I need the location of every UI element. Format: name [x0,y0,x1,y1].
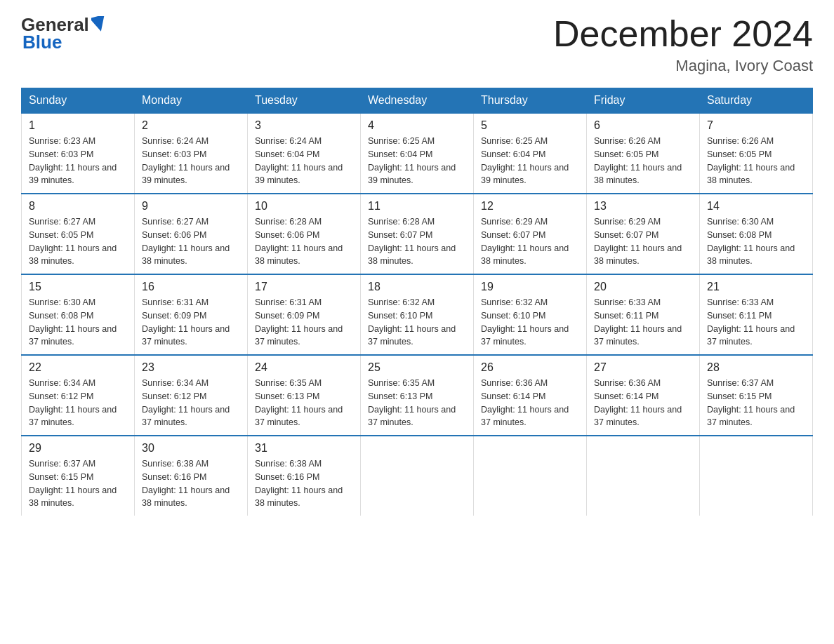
day-number: 30 [142,442,240,455]
day-info: Sunrise: 6:27 AMSunset: 6:06 PMDaylight:… [142,217,230,266]
day-cell [587,436,700,516]
day-cell: 12Sunrise: 6:29 AMSunset: 6:07 PMDayligh… [474,194,587,274]
day-number: 28 [707,361,805,374]
day-number: 14 [707,200,805,213]
day-number: 1 [29,119,127,132]
location: Magina, Ivory Coast [553,57,813,75]
day-number: 16 [142,281,240,293]
day-number: 9 [142,200,240,213]
day-number: 11 [368,200,466,213]
header: General Blue December 2024 Magina, Ivory… [21,14,813,75]
logo: General Blue [21,14,107,53]
day-number: 19 [481,281,579,293]
logo-arrow-icon [91,16,107,32]
svg-marker-0 [91,16,107,32]
day-cell: 26Sunrise: 6:36 AMSunset: 6:14 PMDayligh… [474,355,587,436]
day-cell: 3Sunrise: 6:24 AMSunset: 6:04 PMDaylight… [248,113,361,194]
day-info: Sunrise: 6:32 AMSunset: 6:10 PMDaylight:… [368,297,456,347]
day-info: Sunrise: 6:28 AMSunset: 6:06 PMDaylight:… [255,217,343,266]
day-cell: 30Sunrise: 6:38 AMSunset: 6:16 PMDayligh… [135,436,248,516]
day-number: 27 [594,361,692,374]
title-area: December 2024 Magina, Ivory Coast [553,14,813,75]
day-cell: 4Sunrise: 6:25 AMSunset: 6:04 PMDaylight… [361,113,474,194]
day-cell: 24Sunrise: 6:35 AMSunset: 6:13 PMDayligh… [248,355,361,436]
day-info: Sunrise: 6:23 AMSunset: 6:03 PMDaylight:… [29,136,117,185]
day-info: Sunrise: 6:27 AMSunset: 6:05 PMDaylight:… [29,217,117,266]
day-cell: 16Sunrise: 6:31 AMSunset: 6:09 PMDayligh… [135,274,248,355]
day-info: Sunrise: 6:24 AMSunset: 6:04 PMDaylight:… [255,136,343,185]
day-number: 15 [29,281,127,293]
day-cell [474,436,587,516]
day-number: 8 [29,200,127,213]
calendar-body: 1Sunrise: 6:23 AMSunset: 6:03 PMDaylight… [22,113,813,516]
day-number: 23 [142,361,240,374]
day-info: Sunrise: 6:29 AMSunset: 6:07 PMDaylight:… [594,217,682,266]
day-cell: 22Sunrise: 6:34 AMSunset: 6:12 PMDayligh… [22,355,135,436]
day-cell: 29Sunrise: 6:37 AMSunset: 6:15 PMDayligh… [22,436,135,516]
header-cell-sunday: Sunday [22,88,135,114]
day-info: Sunrise: 6:25 AMSunset: 6:04 PMDaylight:… [481,136,569,185]
day-number: 2 [142,119,240,132]
header-row: SundayMondayTuesdayWednesdayThursdayFrid… [22,88,813,114]
day-cell: 9Sunrise: 6:27 AMSunset: 6:06 PMDaylight… [135,194,248,274]
day-number: 29 [29,442,127,455]
day-cell: 19Sunrise: 6:32 AMSunset: 6:10 PMDayligh… [474,274,587,355]
day-cell: 15Sunrise: 6:30 AMSunset: 6:08 PMDayligh… [22,274,135,355]
day-info: Sunrise: 6:34 AMSunset: 6:12 PMDaylight:… [29,378,117,427]
week-row-4: 22Sunrise: 6:34 AMSunset: 6:12 PMDayligh… [22,355,813,436]
day-cell: 1Sunrise: 6:23 AMSunset: 6:03 PMDaylight… [22,113,135,194]
day-cell [700,436,813,516]
day-number: 6 [594,119,692,132]
day-number: 10 [255,200,353,213]
header-cell-saturday: Saturday [700,88,813,114]
day-info: Sunrise: 6:35 AMSunset: 6:13 PMDaylight:… [255,378,343,427]
day-number: 25 [368,361,466,374]
week-row-2: 8Sunrise: 6:27 AMSunset: 6:05 PMDaylight… [22,194,813,274]
header-cell-friday: Friday [587,88,700,114]
day-info: Sunrise: 6:28 AMSunset: 6:07 PMDaylight:… [368,217,456,266]
header-cell-tuesday: Tuesday [248,88,361,114]
day-number: 20 [594,281,692,293]
day-number: 4 [368,119,466,132]
header-cell-monday: Monday [135,88,248,114]
day-info: Sunrise: 6:36 AMSunset: 6:14 PMDaylight:… [481,378,569,427]
day-info: Sunrise: 6:34 AMSunset: 6:12 PMDaylight:… [142,378,230,427]
week-row-1: 1Sunrise: 6:23 AMSunset: 6:03 PMDaylight… [22,113,813,194]
day-cell: 20Sunrise: 6:33 AMSunset: 6:11 PMDayligh… [587,274,700,355]
day-cell: 27Sunrise: 6:36 AMSunset: 6:14 PMDayligh… [587,355,700,436]
day-number: 26 [481,361,579,374]
day-info: Sunrise: 6:33 AMSunset: 6:11 PMDaylight:… [594,297,682,347]
week-row-5: 29Sunrise: 6:37 AMSunset: 6:15 PMDayligh… [22,436,813,516]
day-number: 13 [594,200,692,213]
day-number: 22 [29,361,127,374]
day-number: 24 [255,361,353,374]
month-title: December 2024 [553,14,813,54]
header-cell-wednesday: Wednesday [361,88,474,114]
day-cell: 18Sunrise: 6:32 AMSunset: 6:10 PMDayligh… [361,274,474,355]
logo-blue-text: Blue [22,32,107,53]
day-cell: 13Sunrise: 6:29 AMSunset: 6:07 PMDayligh… [587,194,700,274]
day-info: Sunrise: 6:38 AMSunset: 6:16 PMDaylight:… [255,459,343,508]
day-number: 31 [255,442,353,455]
day-cell: 23Sunrise: 6:34 AMSunset: 6:12 PMDayligh… [135,355,248,436]
day-cell [361,436,474,516]
day-cell: 25Sunrise: 6:35 AMSunset: 6:13 PMDayligh… [361,355,474,436]
day-info: Sunrise: 6:26 AMSunset: 6:05 PMDaylight:… [594,136,682,185]
day-cell: 6Sunrise: 6:26 AMSunset: 6:05 PMDaylight… [587,113,700,194]
day-cell: 21Sunrise: 6:33 AMSunset: 6:11 PMDayligh… [700,274,813,355]
day-info: Sunrise: 6:25 AMSunset: 6:04 PMDaylight:… [368,136,456,185]
day-cell: 17Sunrise: 6:31 AMSunset: 6:09 PMDayligh… [248,274,361,355]
day-cell: 8Sunrise: 6:27 AMSunset: 6:05 PMDaylight… [22,194,135,274]
calendar-table: SundayMondayTuesdayWednesdayThursdayFrid… [21,88,813,516]
day-cell: 2Sunrise: 6:24 AMSunset: 6:03 PMDaylight… [135,113,248,194]
day-info: Sunrise: 6:26 AMSunset: 6:05 PMDaylight:… [707,136,795,185]
day-number: 17 [255,281,353,293]
day-info: Sunrise: 6:35 AMSunset: 6:13 PMDaylight:… [368,378,456,427]
day-info: Sunrise: 6:32 AMSunset: 6:10 PMDaylight:… [481,297,569,347]
day-info: Sunrise: 6:33 AMSunset: 6:11 PMDaylight:… [707,297,795,347]
day-info: Sunrise: 6:30 AMSunset: 6:08 PMDaylight:… [707,217,795,266]
week-row-3: 15Sunrise: 6:30 AMSunset: 6:08 PMDayligh… [22,274,813,355]
day-cell: 28Sunrise: 6:37 AMSunset: 6:15 PMDayligh… [700,355,813,436]
day-number: 7 [707,119,805,132]
day-cell: 31Sunrise: 6:38 AMSunset: 6:16 PMDayligh… [248,436,361,516]
